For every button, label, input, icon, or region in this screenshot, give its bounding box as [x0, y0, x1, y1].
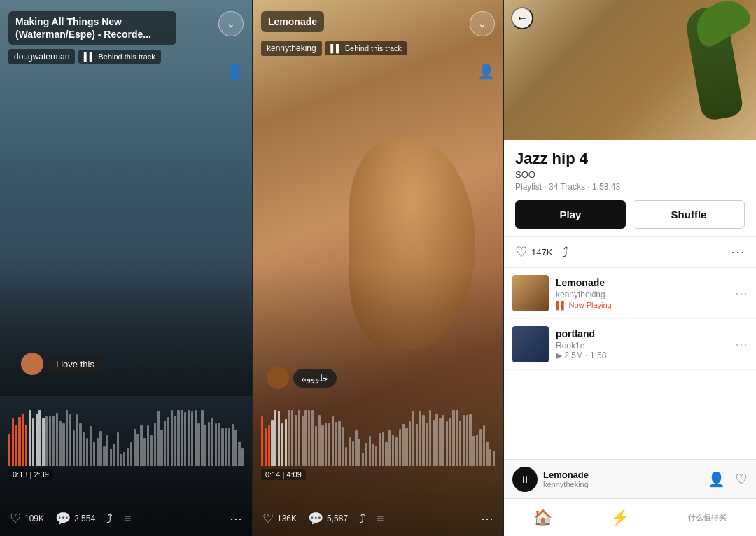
back-button[interactable]: ← [511, 7, 533, 29]
home-icon: 🏠 [533, 509, 552, 527]
player-info: Lemonade kennytheking [543, 470, 702, 488]
playlist-like-btn[interactable]: ♡ 147K [515, 244, 552, 260]
panel1-share-btn[interactable]: ⤴ [106, 512, 113, 526]
nav-home[interactable]: 🏠 [533, 509, 552, 527]
player-pause-button[interactable]: ⏸ [512, 467, 538, 492]
panel-3: ← Jazz hip 4 SOO Playlist · 34 Tracks · … [504, 0, 756, 536]
player-profile-icon[interactable]: 👤 [708, 471, 725, 488]
panel1-avatar [21, 353, 43, 375]
track-artist-lemonade: kennytheking [556, 290, 728, 299]
bottom-nav: 🏠 ⚡ 什么值得买 [504, 498, 756, 536]
panel3-cover: ← [504, 0, 756, 140]
track-meta-portland: ▶ 2.5M · 1:58 [556, 351, 728, 360]
playlist-heart-icon: ♡ [515, 244, 528, 260]
playlist-buttons: Play Shuffle [515, 200, 745, 229]
panel1-add-user[interactable]: 👤 [226, 63, 244, 80]
panel2-track-title: Lemonade [261, 11, 324, 32]
panel2-waveform[interactable] [261, 396, 495, 466]
panel1-track-title: Making All Things New (Waterman/Espe) - … [8, 11, 176, 45]
track-thumb-portland [512, 326, 549, 362]
share-icon: ⤴ [106, 512, 113, 526]
panel2-add-user[interactable]: 👤 [477, 63, 495, 80]
lightning-icon: ⚡ [610, 509, 629, 527]
heart2-icon: ♡ [262, 511, 274, 526]
playlist-author: SOO [515, 169, 745, 180]
nav-watermark[interactable]: 什么值得买 [688, 512, 727, 523]
player-track-name: Lemonade [543, 470, 702, 480]
playlist-share-btn[interactable]: ⤴ [562, 244, 569, 260]
track-more-lemonade[interactable]: ⋯ [735, 285, 748, 301]
player-artist: kennytheking [543, 480, 702, 488]
panel2-like-btn[interactable]: ♡ 136K [262, 511, 297, 526]
panel1-down-arrow[interactable]: ⌄ [218, 11, 244, 36]
panel1-comment-text: I love this [48, 355, 103, 374]
panel1-more-btn[interactable]: ⋯ [230, 511, 242, 526]
panel2-down-arrow[interactable]: ⌄ [470, 11, 495, 36]
play-button[interactable]: Play [515, 200, 626, 229]
comment2-icon: 💬 [308, 511, 323, 526]
panel1-behind-track[interactable]: ▌▌ Behind this track [78, 50, 161, 64]
shuffle-button[interactable]: Shuffle [633, 200, 745, 229]
playlist-meta: Playlist · 34 Tracks · 1:53:43 [515, 182, 745, 192]
track-name-portland: portland [556, 328, 728, 339]
waveform-playing-icon: ▌▌ [556, 301, 567, 309]
panel1-title-row: Making All Things New (Waterman/Espe) - … [8, 11, 244, 45]
track-artist-portland: Rook1e [556, 341, 728, 351]
track-more-portland[interactable]: ⋯ [735, 337, 748, 352]
panel1-like-btn[interactable]: ♡ 109K [10, 511, 44, 526]
track-item-lemonade[interactable]: Lemonade kennytheking ▌▌ Now Playing ⋯ [504, 268, 756, 319]
panel1-playlist-btn[interactable]: ≡ [124, 512, 132, 526]
panel2-time: 0:14 | 4:09 [261, 469, 306, 480]
track-list: Lemonade kennytheking ▌▌ Now Playing ⋯ p… [504, 268, 756, 459]
now-playing-badge: ▌▌ Now Playing [556, 301, 728, 309]
nav-lightning[interactable]: ⚡ [610, 509, 629, 527]
panel1-actions: ♡ 109K 💬 2,554 ⤴ ≡ ⋯ [0, 505, 252, 536]
panel2-behind-track[interactable]: ▌▌ Behind this track [325, 41, 407, 55]
panel1-comment-btn[interactable]: 💬 2,554 [55, 511, 95, 526]
panel2-title-row: Lemonade ⌄ [261, 11, 495, 36]
playlist-social: ♡ 147K ⤴ ⋯ [504, 237, 756, 268]
playlist-share-icon: ⤴ [562, 244, 569, 260]
panel1-artist[interactable]: dougwaterman [8, 49, 75, 64]
waveform2-icon: ▌▌ [330, 44, 342, 52]
panel2-artist[interactable]: kennytheking [261, 41, 322, 56]
comment-icon: 💬 [55, 511, 71, 526]
panel2-comment-btn[interactable]: 💬 5,587 [308, 511, 348, 526]
track-name-lemonade: Lemonade [556, 277, 728, 288]
panel2-comment-text: حلوووه [293, 369, 337, 388]
playlist2-icon: ≡ [377, 512, 384, 526]
panel2-more-btn[interactable]: ⋯ [481, 511, 493, 526]
panel3-back-header: ← [511, 7, 533, 29]
playlist-more-btn[interactable]: ⋯ [731, 244, 745, 260]
panel2-avatar [267, 367, 289, 389]
panel2-header: Lemonade ⌄ kennytheking ▌▌ Behind this t… [253, 0, 503, 63]
track-item-portland[interactable]: portland Rook1e ▶ 2.5M · 1:58 ⋯ [504, 319, 756, 370]
panel2-waveform-container[interactable]: 0:14 | 4:09 [253, 396, 503, 480]
share2-icon: ⤴ [359, 512, 365, 526]
panel1-waveform-container[interactable]: 0:13 | 2:39 [0, 396, 252, 480]
panel1-waveform[interactable] [8, 396, 244, 466]
playlist-title: Jazz hip 4 [515, 150, 745, 168]
panel2-comment: حلوووه [267, 367, 337, 389]
player-actions: 👤 ♡ [708, 471, 748, 488]
track-thumb-lemonade [512, 275, 549, 311]
track-info-portland: portland Rook1e ▶ 2.5M · 1:58 [556, 328, 728, 360]
panel1-comment: I love this [21, 353, 103, 375]
panel-2: Lemonade ⌄ kennytheking ▌▌ Behind this t… [252, 0, 504, 536]
playlist-icon: ≡ [124, 512, 132, 526]
panel2-actions: ♡ 136K 💬 5,587 ⤴ ≡ ⋯ [253, 505, 503, 536]
player-heart-icon[interactable]: ♡ [735, 471, 748, 488]
panel2-share-btn[interactable]: ⤴ [359, 512, 365, 526]
panel2-playlist-btn[interactable]: ≡ [377, 512, 384, 526]
playlist-info: Jazz hip 4 SOO Playlist · 34 Tracks · 1:… [504, 140, 756, 237]
panel1-time: 0:13 | 2:39 [8, 469, 53, 480]
heart-icon: ♡ [10, 511, 21, 526]
waveform-icon: ▌▌ [84, 52, 95, 61]
track-info-lemonade: Lemonade kennytheking ▌▌ Now Playing [556, 277, 728, 309]
panel1-header: Making All Things New (Waterman/Espe) - … [0, 0, 252, 71]
player-bar: ⏸ Lemonade kennytheking 👤 ♡ [504, 459, 756, 498]
panel-1: Making All Things New (Waterman/Espe) - … [0, 0, 252, 536]
